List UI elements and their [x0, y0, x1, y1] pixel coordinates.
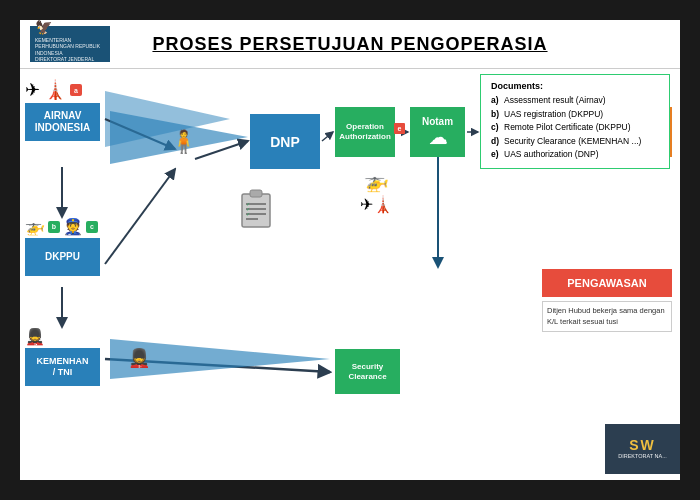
- plane-icon-airnav: ✈: [25, 79, 40, 101]
- tower-icon-airnav: 🗼: [44, 79, 66, 101]
- header: 🦅 KEMENTERIAN PERHUBUNGAN REPUBLIK INDON…: [20, 20, 680, 69]
- eagle-icon: 🦅: [35, 20, 52, 35]
- doc-item-b: b)UAS registration (DKPPU): [491, 108, 659, 122]
- badge-b: b: [48, 221, 60, 233]
- drone-person-area: 🚁 ✈🗼: [360, 169, 393, 214]
- svg-text:✓: ✓: [246, 211, 250, 217]
- pengawasan-label: PENGAWASAN: [567, 277, 646, 289]
- doc-item-d: d)Security Clearance (KEMENHAN ...): [491, 135, 659, 149]
- badge-e: e: [394, 123, 405, 134]
- doc-item-c: c)Remote Pilot Certificate (DKPPU): [491, 121, 659, 135]
- doc-item-e: e)UAS authorization (DNP): [491, 148, 659, 162]
- svg-marker-0: [105, 91, 230, 147]
- main-title: PROSES PERSETUJUAN PENGOPERASIA: [110, 34, 590, 55]
- cloud-icon: ☁: [429, 127, 447, 149]
- security-clearance-box: Security Clearance: [335, 349, 400, 394]
- logo-bottom-right: SW DIREKTORAT NA...: [605, 424, 680, 474]
- pilot-icon-dkppu: 👮: [63, 217, 83, 236]
- drone-icon-dkppu: 🚁: [25, 217, 45, 236]
- svg-line-5: [322, 132, 333, 141]
- person-icon-center: 🧍: [170, 129, 197, 155]
- dnp-box: DNP: [250, 114, 320, 169]
- svg-line-2: [105, 169, 175, 264]
- svg-line-4: [195, 141, 248, 159]
- op-auth-label: Operation Authorization: [339, 122, 391, 141]
- airnav-box: AIRNAV INDONESIA: [25, 103, 100, 141]
- header-logo: 🦅 KEMENTERIAN PERHUBUNGAN REPUBLIK INDON…: [30, 26, 110, 62]
- kemenhan-box: KEMENHAN / TNI: [25, 348, 100, 386]
- kemenhan-entity-group: 💂 KEMENHAN / TNI: [25, 327, 100, 386]
- dkppu-entity-group: 🚁 b 👮 c DKPPU: [25, 217, 100, 276]
- pengawasan-desc-text: Ditjen Hubud bekerja sama dengan K/L ter…: [547, 306, 665, 326]
- drone-icon-center: 🚁: [360, 169, 393, 193]
- notam-label: Notam: [422, 116, 453, 127]
- drone-pilot-icon: ✈🗼: [360, 195, 393, 214]
- svg-rect-14: [250, 190, 262, 197]
- logo-text-line2: DIREKTORAT JENDERAL PERHUBUNGAN UDARA: [35, 56, 105, 69]
- doc-item-a: a)Assessment result (Airnav): [491, 94, 659, 108]
- notam-box: Notam ☁: [410, 107, 465, 157]
- logo-sub-text: DIREKTORAT NA...: [618, 453, 667, 460]
- dkppu-box: DKPPU: [25, 238, 100, 276]
- svg-line-1: [105, 119, 175, 149]
- documents-title: Documents:: [491, 81, 659, 91]
- operation-authorization-box: Operation Authorization: [335, 107, 395, 157]
- pengawasan-box: PENGAWASAN: [542, 269, 672, 297]
- flow-area: Documents: a)Assessment result (Airnav) …: [20, 69, 680, 474]
- kemenhan-person-icon: 💂: [128, 347, 150, 369]
- documents-list: a)Assessment result (Airnav) b)UAS regis…: [491, 94, 659, 162]
- logo-text-line1: KEMENTERIAN PERHUBUNGAN REPUBLIK INDONES…: [35, 37, 105, 57]
- logo-sw-text: SW: [629, 437, 656, 453]
- badge-a: a: [70, 84, 82, 96]
- soldier-icon: 💂: [25, 327, 45, 346]
- security-clearance-label: Security Clearance: [338, 362, 397, 381]
- content-area: Documents: a)Assessment result (Airnav) …: [20, 69, 680, 474]
- pengawasan-description: Ditjen Hubud bekerja sama dengan K/L ter…: [542, 301, 672, 332]
- slide: 🦅 KEMENTERIAN PERHUBUNGAN REPUBLIK INDON…: [20, 20, 680, 480]
- badge-c: c: [86, 221, 98, 233]
- title-area: PROSES PERSETUJUAN PENGOPERASIA: [110, 34, 670, 55]
- clipboard-icon: ✓ ✓ ✓: [240, 189, 272, 236]
- airnav-entity-group: ✈ 🗼 a AIRNAV INDONESIA: [25, 79, 100, 141]
- documents-box: Documents: a)Assessment result (Airnav) …: [480, 74, 670, 169]
